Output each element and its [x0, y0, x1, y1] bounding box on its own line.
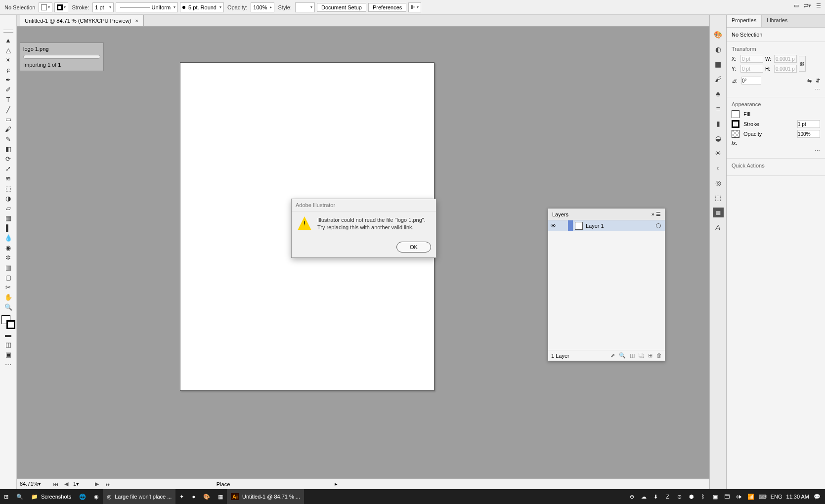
stroke-swatch[interactable]	[732, 120, 739, 128]
flip-v-icon[interactable]: ⇵	[816, 78, 820, 84]
taskbar-illustrator[interactable]: Ai Untitled-1 @ 84.71 % ...	[227, 489, 304, 504]
appearance-more-icon[interactable]: ⋯	[732, 148, 820, 154]
stroke-weight-dd[interactable]: 1 pt▾	[92, 2, 113, 12]
opacity-swatch[interactable]	[732, 130, 739, 138]
perspective-tool[interactable]: ▱	[2, 204, 14, 212]
angle-input[interactable]	[741, 77, 761, 84]
type-panel-icon[interactable]: A	[713, 222, 724, 232]
taskbar-chrome[interactable]: ◎ Large file won't place ...	[103, 489, 175, 504]
visibility-icon[interactable]: 👁	[548, 223, 558, 229]
new-sublayer-icon[interactable]: ⿻	[639, 352, 644, 359]
asset-export-panel-icon[interactable]: ⬚	[713, 193, 724, 203]
column-graph-tool[interactable]: ▥	[2, 263, 14, 272]
swatches-panel-icon[interactable]: ▦	[713, 59, 724, 69]
shaper-tool[interactable]: ✎	[2, 134, 14, 143]
symbol-sprayer-tool[interactable]: ✲	[2, 253, 14, 262]
opacity-input[interactable]	[797, 130, 820, 138]
stroke-profile-dd[interactable]: Uniform▾	[116, 2, 178, 12]
transform-more-icon[interactable]: ⋯	[732, 86, 820, 93]
battery-icon[interactable]: 🗔	[723, 494, 731, 500]
scale-tool[interactable]: ⤢	[2, 164, 14, 173]
wifi-icon[interactable]: 📶	[747, 494, 755, 500]
color-panel-icon[interactable]: 🎨	[713, 30, 724, 40]
taskbar-app1[interactable]: ◉	[90, 489, 103, 504]
volume-icon[interactable]: 🕪	[735, 494, 743, 500]
tray-icon[interactable]: ☁	[640, 494, 648, 500]
hand-tool[interactable]: ✋	[2, 293, 14, 301]
link-wh-icon[interactable]: ⛓	[799, 56, 806, 72]
artboard-num-dd[interactable]: 1▾	[73, 481, 90, 487]
collapse-icon[interactable]: »	[651, 211, 654, 217]
taskbar-app5[interactable]: ▦	[214, 489, 227, 504]
fill-stroke-swatch[interactable]	[1, 315, 15, 329]
zoom-dd[interactable]: 84.71%▾	[20, 481, 48, 487]
locate-icon[interactable]: ⬈	[610, 352, 615, 359]
width-tool[interactable]: ≋	[2, 174, 14, 183]
status-menu-icon[interactable]: ▸	[335, 481, 338, 487]
search-button[interactable]: 🔍	[12, 489, 27, 504]
tray-icon[interactable]: Z	[664, 494, 672, 500]
edit-toolbar-icon[interactable]: ⋯	[2, 360, 14, 369]
fill-swatch-dd[interactable]: ▾	[39, 2, 52, 12]
direct-selection-tool[interactable]: △	[2, 45, 14, 54]
draw-mode-icon[interactable]: ◫	[2, 340, 14, 349]
layers-panel-icon[interactable]: ≣	[713, 208, 724, 217]
pen-tool[interactable]: ✒	[2, 75, 14, 84]
flip-h-icon[interactable]: ⇋	[807, 78, 812, 84]
fill-swatch[interactable]	[732, 110, 739, 118]
document-tab[interactable]: Untitled-1 @ 84.71 % (CMYK/CPU Preview) …	[20, 15, 144, 26]
document-setup-button[interactable]: Document Setup	[317, 3, 366, 12]
language-indicator[interactable]: ENG	[771, 494, 782, 500]
delete-layer-icon[interactable]: 🗑	[656, 352, 662, 359]
gradient-tool[interactable]: ▌	[2, 223, 14, 232]
rectangle-tool[interactable]: ▭	[2, 115, 14, 124]
workspace-icon[interactable]: ⇄▾	[804, 2, 811, 9]
brushes-panel-icon[interactable]: 🖌	[713, 74, 724, 84]
color-guide-panel-icon[interactable]: ◐	[713, 44, 724, 54]
close-tab-icon[interactable]: ×	[135, 18, 138, 24]
free-transform-tool[interactable]: ⬚	[2, 184, 14, 193]
tab-libraries[interactable]: Libraries	[762, 15, 792, 27]
taskbar-folder[interactable]: 📁 Screenshots	[27, 489, 75, 504]
panel-grip[interactable]	[3, 30, 13, 33]
align-dd[interactable]: ⊩▾	[408, 2, 421, 12]
zoom-tool[interactable]: 🔍	[2, 302, 14, 311]
ok-button[interactable]: OK	[396, 242, 431, 252]
search-layer-icon[interactable]: 🔍	[619, 352, 626, 359]
tray-icon[interactable]: ⊕	[628, 494, 636, 500]
notifications-icon[interactable]: 💬	[813, 494, 821, 500]
y-input[interactable]	[740, 65, 763, 73]
brush-dd[interactable]: 5 pt. Round▾	[180, 2, 224, 12]
first-artboard-button[interactable]: ⏮	[51, 481, 59, 487]
eraser-tool[interactable]: ◧	[2, 144, 14, 153]
stroke-weight-input[interactable]	[797, 120, 820, 128]
panel-menu-icon[interactable]: ☰	[656, 211, 661, 217]
paintbrush-tool[interactable]: 🖌	[2, 125, 14, 133]
slice-tool[interactable]: ✂	[2, 283, 14, 292]
taskbar-app3[interactable]: ●	[188, 489, 199, 504]
taskbar-app2[interactable]: ✦	[175, 489, 188, 504]
last-artboard-button[interactable]: ⏭	[104, 481, 112, 487]
clip-mask-icon[interactable]: ◫	[630, 352, 635, 359]
clock[interactable]: 11:30 AM	[786, 494, 809, 500]
new-layer-icon[interactable]: ⊞	[648, 352, 652, 359]
type-tool[interactable]: T	[2, 95, 14, 104]
next-artboard-button[interactable]: ▶	[93, 481, 101, 487]
artboard-tool[interactable]: ▢	[2, 273, 14, 282]
tray-icon[interactable]: ⬢	[688, 494, 695, 500]
magic-wand-tool[interactable]: ✴	[2, 55, 14, 64]
stroke-panel-icon[interactable]: ≡	[713, 104, 724, 114]
stroke-swatch-dd[interactable]: ▾	[54, 2, 68, 12]
tray-icon[interactable]: ⬇	[652, 494, 660, 500]
opacity-dd[interactable]: 100%▸	[251, 2, 274, 12]
fx-button[interactable]: fx.	[732, 140, 738, 146]
style-dd[interactable]: ▾	[295, 2, 315, 12]
bluetooth-icon[interactable]: ᛒ	[699, 494, 707, 500]
screen-mode-icon[interactable]: ▣	[2, 350, 14, 359]
w-input[interactable]	[774, 55, 797, 63]
graphic-styles-panel-icon[interactable]: ▫	[713, 163, 724, 173]
curvature-tool[interactable]: ✐	[2, 85, 14, 94]
rotate-tool[interactable]: ⟳	[2, 154, 14, 163]
selection-tool[interactable]: ▲	[2, 36, 14, 44]
arrange-icon[interactable]: ▭	[794, 2, 799, 9]
